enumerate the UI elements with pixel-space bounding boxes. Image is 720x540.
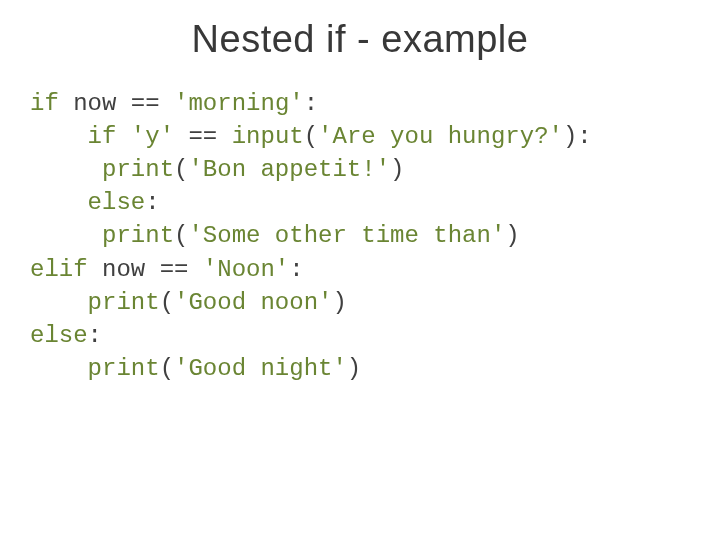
identifier: now [102, 256, 145, 283]
operator: == [131, 90, 160, 117]
code-block: if now == 'morning': if 'y' == input('Ar… [30, 87, 690, 385]
paren: ( [304, 123, 318, 150]
colon: : [145, 189, 159, 216]
paren: ( [174, 222, 188, 249]
paren: ) [347, 355, 361, 382]
colon: : [577, 123, 591, 150]
paren: ( [160, 355, 174, 382]
operator: == [160, 256, 189, 283]
paren: ( [174, 156, 188, 183]
keyword-else: else [30, 322, 88, 349]
colon: : [304, 90, 318, 117]
paren: ) [332, 289, 346, 316]
string-literal: 'Good noon' [174, 289, 332, 316]
string-literal: 'Good night' [174, 355, 347, 382]
string-literal: 'Noon' [203, 256, 289, 283]
string-literal: 'Are you hungry?' [318, 123, 563, 150]
keyword-elif: elif [30, 256, 88, 283]
slide: Nested if - example if now == 'morning':… [0, 0, 720, 540]
function-input: input [232, 123, 304, 150]
paren: ) [390, 156, 404, 183]
paren: ) [563, 123, 577, 150]
string-literal: 'Bon appetit!' [188, 156, 390, 183]
colon: : [88, 322, 102, 349]
string-literal: 'Some other time than' [188, 222, 505, 249]
keyword-else: else [88, 189, 146, 216]
keyword-if: if [30, 90, 59, 117]
function-print: print [102, 222, 174, 249]
string-literal: 'y' [131, 123, 174, 150]
paren: ) [505, 222, 519, 249]
keyword-if: if [88, 123, 117, 150]
function-print: print [88, 289, 160, 316]
colon: : [289, 256, 303, 283]
string-literal: 'morning' [174, 90, 304, 117]
identifier: now [73, 90, 116, 117]
operator: == [188, 123, 217, 150]
function-print: print [88, 355, 160, 382]
function-print: print [102, 156, 174, 183]
slide-title: Nested if - example [30, 18, 690, 61]
paren: ( [160, 289, 174, 316]
